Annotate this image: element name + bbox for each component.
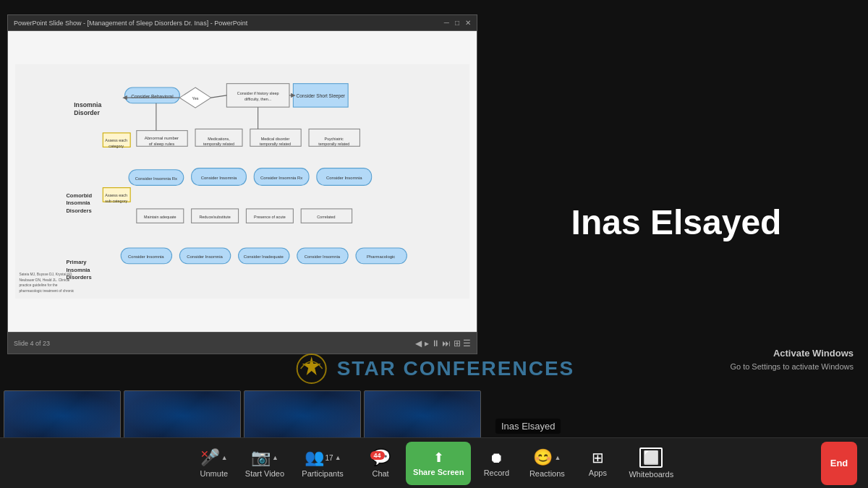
ppt-content: Insomnia Disorder Comorbid Insomnia Diso…: [8, 31, 477, 332]
apps-icon: ⊞: [592, 449, 604, 466]
reactions-icon: 😊: [533, 448, 553, 467]
svg-text:Sateia MJ, Buysse DJ, Krystal : Sateia MJ, Buysse DJ, Krystal AD,: [19, 273, 72, 276]
svg-text:Reduce/substitute: Reduce/substitute: [199, 215, 230, 219]
svg-text:Insomnia: Insomnia: [74, 101, 101, 108]
svg-text:practice guideline for the: practice guideline for the: [19, 283, 57, 287]
participants-caret[interactable]: ▲: [335, 454, 341, 461]
unmute-label: Unmute: [200, 469, 229, 478]
presenter-name-large: Inas Elsayed: [571, 202, 782, 242]
svg-text:Consider Behavioral: Consider Behavioral: [131, 94, 173, 99]
whiteboards-icon: ⬜: [639, 448, 663, 468]
svg-text:Consider Insomnia Rx: Consider Insomnia Rx: [135, 176, 177, 181]
unmute-caret[interactable]: ▲: [221, 454, 228, 461]
participants-icon: 👥: [305, 448, 324, 467]
participants-button[interactable]: 👥 17 ▲ Participants: [290, 442, 355, 485]
svg-text:Consider Short Sleeper: Consider Short Sleeper: [297, 93, 346, 99]
reactions-button[interactable]: 😊 ▲ Reactions: [522, 442, 572, 485]
star-logo: [294, 351, 330, 387]
chat-button[interactable]: 💬 44 Chat: [355, 442, 406, 485]
svg-text:Presence of acute: Presence of acute: [254, 215, 286, 219]
svg-text:temporally related: temporally related: [318, 142, 349, 146]
svg-text:Consider Insomnia: Consider Insomnia: [201, 176, 237, 180]
ppt-nav-icons: ◀ ▸ ⏸ ⏭ ⊞ ☰: [415, 338, 471, 348]
flowchart-svg: Insomnia Disorder Comorbid Insomnia Diso…: [15, 38, 469, 325]
svg-text:Disorder: Disorder: [74, 109, 100, 116]
participants-label: Participants: [302, 469, 343, 478]
apps-label: Apps: [589, 468, 607, 477]
main-area: PowerPoint Slide Show - [Management of S…: [0, 0, 868, 445]
svg-text:Medical disorder: Medical disorder: [261, 137, 290, 141]
maximize-icon[interactable]: □: [455, 19, 459, 27]
svg-text:Consider Insomnia: Consider Insomnia: [128, 254, 164, 259]
unmute-button[interactable]: 🎤 ✕ ▲ Unmute: [189, 442, 239, 485]
brand-text: STAR CONFERENCES: [337, 357, 575, 380]
start-video-label: Start Video: [245, 469, 284, 478]
thumbnail-3[interactable]: [244, 390, 361, 441]
svg-text:pharmacologic treatment of chr: pharmacologic treatment of chronic: [19, 289, 74, 293]
svg-text:difficulty, then...: difficulty, then...: [244, 97, 272, 101]
record-label: Record: [484, 468, 509, 477]
svg-text:Consider Insomnia: Consider Insomnia: [305, 254, 341, 259]
svg-text:Consider Insomnia: Consider Insomnia: [187, 254, 223, 259]
ppt-window: PowerPoint Slide Show - [Management of S…: [7, 14, 477, 354]
participants-count: 17: [326, 454, 333, 462]
svg-text:Consider Insomnia Rx: Consider Insomnia Rx: [260, 176, 302, 180]
svg-text:Neubauer DN, Heald JL. Clinica: Neubauer DN, Heald JL. Clinical: [19, 278, 69, 282]
svg-text:Consider if history sleep: Consider if history sleep: [237, 91, 279, 95]
thumbnail-4[interactable]: [364, 390, 481, 441]
start-video-button[interactable]: 📷 ▲ Start Video: [239, 442, 290, 485]
branding-overlay: STAR CONFERENCES: [294, 351, 575, 387]
ppt-title: PowerPoint Slide Show - [Management of S…: [14, 20, 247, 27]
share-screen-icon: ⬆: [433, 450, 444, 466]
chat-label: Chat: [372, 469, 388, 478]
svg-text:Pharmacologic: Pharmacologic: [367, 254, 395, 259]
thumbnail-2[interactable]: [124, 390, 241, 441]
svg-text:Consider Inadequate: Consider Inadequate: [244, 254, 284, 259]
whiteboards-label: Whiteboards: [629, 470, 673, 479]
activate-line2: Go to Settings to activate Windows: [730, 361, 854, 373]
ppt-titlebar: PowerPoint Slide Show - [Management of S…: [8, 15, 477, 31]
toolbar: 🎤 ✕ ▲ Unmute 📷 ▲ Start Video 👥 17 ▲ Part…: [0, 437, 868, 488]
presenter-name-small: Inas Elsayed: [495, 419, 561, 434]
svg-text:Disorders: Disorders: [66, 207, 91, 214]
reactions-caret[interactable]: ▲: [554, 454, 561, 461]
svg-text:Psychiatric: Psychiatric: [325, 137, 344, 141]
share-screen-label: Share Screen: [413, 468, 464, 476]
svg-text:Comorbid: Comorbid: [66, 192, 92, 199]
record-button[interactable]: ⏺ Record: [471, 442, 522, 485]
camera-muted-icon: 📷: [251, 448, 271, 467]
svg-text:category: category: [109, 144, 124, 148]
flowchart-area: Insomnia Disorder Comorbid Insomnia Diso…: [8, 31, 477, 332]
close-icon[interactable]: ✕: [465, 19, 471, 27]
svg-text:Medications,: Medications,: [208, 137, 230, 141]
share-screen-button[interactable]: ⬆ Share Screen: [406, 442, 471, 485]
svg-text:Correlated: Correlated: [317, 215, 335, 219]
video-caret[interactable]: ▲: [272, 454, 278, 461]
chat-badge: 44: [370, 451, 385, 460]
svg-text:Maintain adequate: Maintain adequate: [144, 215, 176, 219]
svg-text:temporally related: temporally related: [260, 142, 291, 146]
activate-line1: Activate Windows: [730, 346, 854, 361]
ppt-window-controls[interactable]: ─ □ ✕: [444, 19, 471, 27]
svg-text:Abnormal number: Abnormal number: [145, 136, 179, 140]
slide-info: Slide 4 of 23: [14, 340, 50, 347]
svg-text:Consider Insomnia: Consider Insomnia: [326, 176, 362, 180]
end-label: End: [830, 458, 848, 468]
minimize-icon[interactable]: ─: [444, 19, 449, 27]
svg-text:Primary: Primary: [66, 259, 87, 265]
svg-text:sub category: sub category: [105, 199, 127, 203]
svg-text:Yes: Yes: [192, 96, 199, 100]
apps-button[interactable]: ⊞ Apps: [572, 442, 623, 485]
record-icon: ⏺: [489, 450, 503, 466]
whiteboards-button[interactable]: ⬜ Whiteboards: [623, 442, 679, 485]
svg-text:Assess each: Assess each: [105, 138, 127, 142]
svg-text:Assess each: Assess each: [105, 193, 127, 197]
svg-text:of sleep rules: of sleep rules: [149, 142, 174, 146]
thumbnail-strip: [4, 390, 481, 441]
end-button[interactable]: End: [821, 442, 857, 485]
activate-windows-notice: Activate Windows Go to Settings to activ…: [730, 346, 854, 372]
reactions-label: Reactions: [529, 469, 565, 478]
thumbnail-1[interactable]: [4, 390, 121, 441]
svg-text:Insomnia: Insomnia: [66, 200, 90, 206]
svg-text:temporally related: temporally related: [203, 142, 234, 146]
